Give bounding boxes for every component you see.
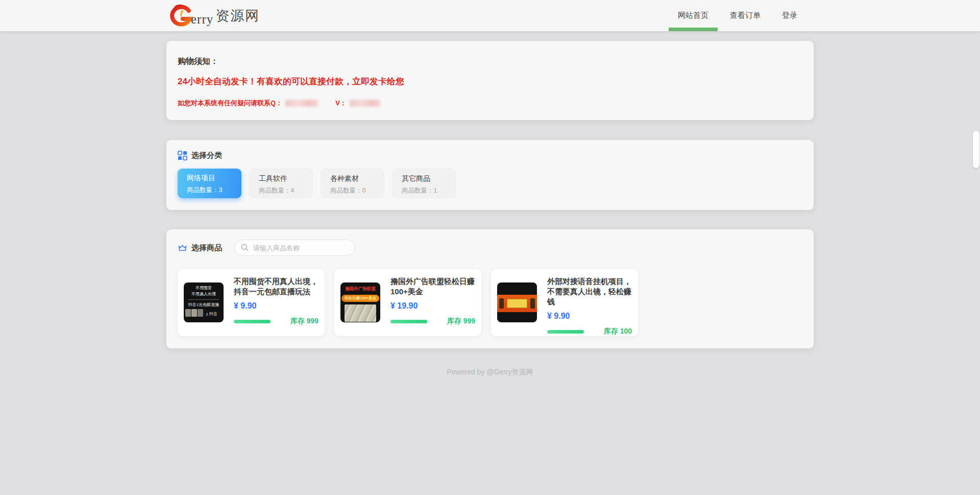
product-price: ¥ 19.90 [390,301,475,311]
category-tile-materials[interactable]: 各种素材 商品数量：0 [321,169,384,198]
stock-progress-bar [547,330,584,334]
notice-contact-line: 如您对本系统有任何疑问请联系Q： V： [178,99,802,108]
product-title: 不用囤货不用真人出境，抖音一元包邮直播玩法 [234,276,318,297]
contact-v-label: V： [335,99,347,108]
search-input[interactable] [234,240,355,256]
search-icon [241,244,249,251]
logo-text-en: erry [191,12,213,27]
main-nav: 网站首页 查看订单 登录 [678,0,814,31]
category-section-title: 选择分类 [191,151,222,160]
category-tile-network[interactable]: 网络项目 商品数量：3 [178,169,241,198]
main-content: 购物须知： 24小时全自动发卡！有喜欢的可以直接付款，立即发卡给您 如您对本系统… [166,41,814,377]
banner-image [497,295,537,312]
nav-item-orders[interactable]: 查看订单 [730,0,761,31]
stock-progress-bar [234,320,271,323]
product-card-douyin[interactable]: 不用囤货 不用真人出境 抖音1元包邮直播 ♪ 抖音 不用囤货不用真人出境，抖音一… [178,269,325,336]
brand-logo[interactable]: erry 资源网 [166,0,260,31]
category-card: 选择分类 网络项目 商品数量：3 工具软件 商品数量：4 各种素材 商品数量：0… [166,140,814,210]
page-footer: Powered by @Gerry资源网 [166,368,814,377]
notice-card: 购物须知： 24小时全自动发卡！有喜欢的可以直接付款，立即发卡给您 如您对本系统… [166,41,814,120]
logo-flame-g-icon [166,3,194,29]
products-header: 选择商品 [178,240,802,256]
thumbnail-photo-collage [185,309,203,317]
category-header: 选择分类 [178,151,802,160]
product-card-ad-alliance[interactable]: 撸国外广告联盟 轻松日赚100+美金 撸国外广告联盟轻松日赚100+美金 ¥ 1… [334,269,481,336]
notice-message: 24小时全自动发卡！有喜欢的可以直接付款，立即发卡给您 [178,76,802,87]
stock-count: 库存 999 [290,317,318,326]
product-thumbnail [497,282,537,322]
category-tile-tools[interactable]: 工具软件 商品数量：4 [249,169,313,198]
scrollbar-thumb[interactable] [973,131,979,168]
product-price: ¥ 9.90 [547,312,632,321]
product-price: ¥ 9.90 [234,301,318,311]
music-note-icon: ♪ [206,311,208,317]
product-thumbnail: 不用囤货 不用真人出境 抖音1元包邮直播 ♪ 抖音 [184,282,224,322]
nav-item-home[interactable]: 网站首页 [678,0,708,31]
products-section-title: 选择商品 [191,243,222,253]
crown-icon [178,243,187,253]
product-title: 撸国外广告联盟轻松日赚100+美金 [390,276,475,297]
redacted-q-value [285,100,318,107]
product-thumbnail: 撸国外广告联盟 轻松日赚100+美金 [340,282,380,322]
stock-progress-bar [390,320,427,323]
logo-text-cn: 资源网 [215,7,260,25]
product-list: 不用囤货 不用真人出境 抖音1元包邮直播 ♪ 抖音 不用囤货不用真人出境，抖音一… [178,269,802,336]
grid-category-icon [178,151,187,160]
product-title: 外部对接语音挂机项目，不需要真人出镜，轻松赚钱 [547,276,632,307]
stock-count: 库存 100 [604,327,632,336]
redacted-v-value [350,100,380,107]
category-tile-other[interactable]: 其它商品 商品数量：1 [392,169,456,198]
dollar-bills-image [345,304,376,322]
product-search [234,240,355,256]
contact-q-label: 如您对本系统有任何疑问请联系Q： [178,99,282,108]
scroll-graphic [507,299,527,308]
nav-item-login[interactable]: 登录 [782,0,797,31]
product-card-voice-hangup[interactable]: 外部对接语音挂机项目，不需要真人出镜，轻松赚钱 ¥ 9.90 库存 100 [491,269,638,336]
category-list: 网络项目 商品数量：3 工具软件 商品数量：4 各种素材 商品数量：0 其它商品… [178,169,802,198]
notice-title: 购物须知： [178,56,802,67]
stock-count: 库存 999 [447,317,475,326]
navbar: erry 资源网 网站首页 查看订单 登录 [0,0,980,31]
products-card: 选择商品 不用囤货 不用真人出境 抖音1元包邮直播 [166,229,814,348]
powered-by-text: Powered by @Gerry资源网 [447,368,533,376]
